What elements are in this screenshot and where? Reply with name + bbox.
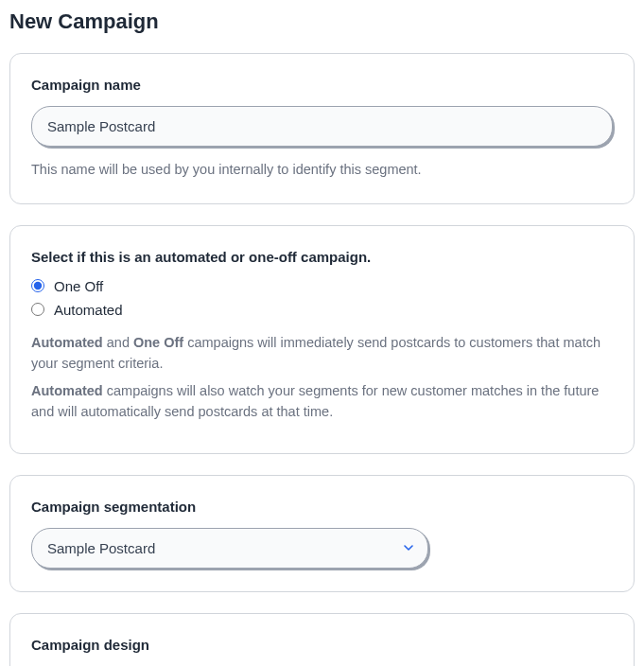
segmentation-select-wrap: Sample Postcard bbox=[31, 528, 428, 569]
design-label: Campaign design bbox=[31, 637, 613, 653]
campaign-name-label: Campaign name bbox=[31, 77, 613, 93]
radio-item-oneoff: One Off bbox=[31, 278, 613, 294]
segmentation-label: Campaign segmentation bbox=[31, 499, 613, 515]
campaign-name-help: This name will be used by you internally… bbox=[31, 160, 613, 181]
radio-automated-label[interactable]: Automated bbox=[54, 302, 123, 318]
help1-mid: and bbox=[103, 335, 133, 350]
campaign-type-radio-group: One Off Automated bbox=[31, 278, 613, 318]
radio-oneoff[interactable] bbox=[31, 279, 44, 292]
campaign-type-label: Select if this is an automated or one-of… bbox=[31, 249, 613, 265]
campaign-type-help: Automated and One Off campaigns will imm… bbox=[31, 333, 613, 423]
campaign-type-card: Select if this is an automated or one-of… bbox=[9, 225, 635, 454]
campaign-name-card: Campaign name This name will be used by … bbox=[9, 53, 635, 204]
radio-oneoff-label[interactable]: One Off bbox=[54, 278, 103, 294]
help1-strong2: One Off bbox=[133, 335, 183, 350]
help1-strong1: Automated bbox=[31, 335, 103, 350]
page-title: New Campaign bbox=[9, 9, 635, 34]
segmentation-select[interactable]: Sample Postcard bbox=[31, 528, 428, 569]
campaign-name-input[interactable] bbox=[31, 106, 613, 147]
help2-rest: campaigns will also watch your segments … bbox=[31, 383, 599, 419]
campaign-segmentation-card: Campaign segmentation Sample Postcard bbox=[9, 475, 635, 592]
radio-automated[interactable] bbox=[31, 303, 44, 316]
campaign-design-card: Campaign design Sample Design bbox=[9, 613, 635, 666]
type-help-line2: Automated campaigns will also watch your… bbox=[31, 381, 613, 423]
help2-strong: Automated bbox=[31, 383, 103, 398]
radio-item-automated: Automated bbox=[31, 302, 613, 318]
type-help-line1: Automated and One Off campaigns will imm… bbox=[31, 333, 613, 375]
